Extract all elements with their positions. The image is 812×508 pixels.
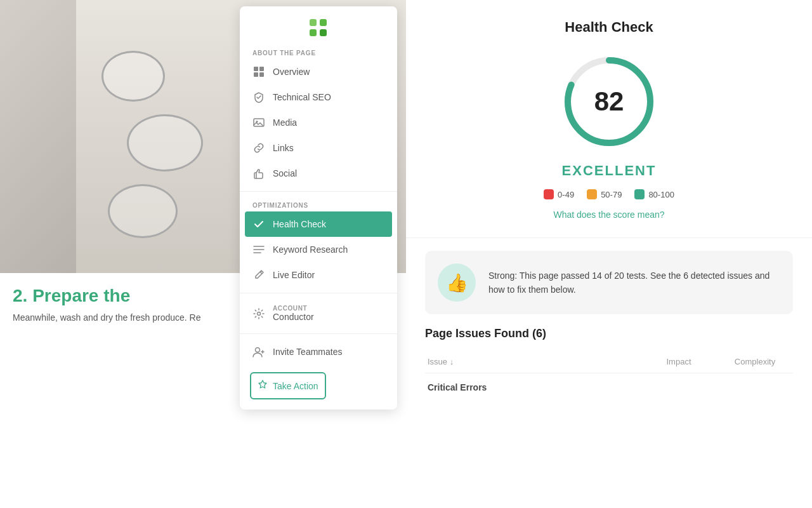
media-label: Media <box>273 117 297 128</box>
image-icon <box>252 116 265 129</box>
health-check-panel: Health Check 82 EXCELLENT 0-49 <box>406 0 812 508</box>
technical-seo-label: Technical SEO <box>273 92 331 102</box>
thumbsup-icon <box>252 167 265 180</box>
score-legend: 0-49 50-79 80-100 <box>431 189 787 199</box>
account-section-label: ACCOUNT <box>273 305 314 312</box>
sidebar-item-media[interactable]: Media <box>240 110 397 135</box>
take-action-label: Take Action <box>273 381 318 391</box>
take-action-icon <box>258 380 268 392</box>
account-item[interactable]: ACCOUNT Conductor <box>240 298 397 328</box>
score-number: 82 <box>594 86 624 117</box>
account-info: ACCOUNT Conductor <box>273 305 314 322</box>
sidebar-item-social[interactable]: Social <box>240 161 397 186</box>
list-icon <box>252 243 265 256</box>
page-issues-title: Page Issues Found (6) <box>425 327 793 340</box>
issues-table-header: Issue ↓ Impact Complexity <box>425 351 793 373</box>
account-name: Conductor <box>273 312 314 322</box>
score-circle-container: 82 <box>431 51 787 152</box>
live-editor-label: Live Editor <box>273 270 315 280</box>
score-meaning-link[interactable]: What does the score mean? <box>431 210 787 220</box>
divider-1 <box>240 191 397 192</box>
check-icon <box>252 218 265 231</box>
take-action-button[interactable]: Take Action <box>250 372 326 399</box>
legend-dot-yellow <box>587 189 597 199</box>
sidebar-item-health-check[interactable]: Health Check <box>245 211 392 237</box>
svg-rect-3 <box>259 72 264 77</box>
legend-label-yellow: 50-79 <box>601 190 622 199</box>
sidebar-item-invite-teammates[interactable]: Invite Teammates <box>240 339 397 364</box>
thumbs-up-icon-circle: 👍 <box>438 264 476 302</box>
gear-icon <box>252 307 265 320</box>
score-circle: 82 <box>558 51 660 152</box>
health-check-label: Health Check <box>273 219 326 229</box>
divider-2 <box>240 293 397 293</box>
logo-grid <box>310 19 327 37</box>
legend-item-yellow: 50-79 <box>587 189 622 199</box>
svg-point-9 <box>258 312 261 315</box>
svg-rect-1 <box>259 67 264 71</box>
svg-rect-2 <box>254 72 258 77</box>
svg-point-10 <box>256 348 260 352</box>
col-header-issue: Issue ↓ <box>425 357 641 366</box>
issues-group-critical: Critical Errors <box>425 373 793 398</box>
legend-label-red: 0-49 <box>558 190 574 199</box>
legend-item-red: 0-49 <box>544 189 574 199</box>
col-header-complexity: Complexity <box>717 357 793 366</box>
links-label: Links <box>273 143 294 153</box>
sidebar-item-live-editor[interactable]: Live Editor <box>240 262 397 288</box>
invite-teammates-label: Invite Teammates <box>273 347 342 357</box>
sidebar-item-overview[interactable]: Overview <box>240 59 397 84</box>
section-label-optimizations: OPTIMIZATIONS <box>240 197 397 211</box>
sidebar-item-technical-seo[interactable]: Technical SEO <box>240 84 397 110</box>
divider-3 <box>240 333 397 334</box>
pencil-icon <box>252 269 265 281</box>
link-icon <box>252 142 265 154</box>
social-label: Social <box>273 168 297 178</box>
section-label-about: ABOUT THE PAGE <box>240 44 397 59</box>
col-header-impact: Impact <box>641 357 717 366</box>
legend-item-teal: 80-100 <box>634 189 674 199</box>
logo-dot-br <box>320 29 327 36</box>
sidebar-item-links[interactable]: Links <box>240 135 397 161</box>
sidebar-logo <box>240 6 397 44</box>
svg-rect-0 <box>254 67 258 71</box>
page-issues-section: Page Issues Found (6) Issue ↓ Impact Com… <box>425 327 793 398</box>
legend-label-teal: 80-100 <box>648 190 674 199</box>
sidebar-panel: ABOUT THE PAGE Overview Technical SEO <box>240 6 397 410</box>
score-label: EXCELLENT <box>431 163 787 179</box>
keyword-research-label: Keyword Research <box>273 244 348 255</box>
add-person-icon <box>252 345 265 358</box>
overview-label: Overview <box>273 67 310 77</box>
shield-icon <box>252 91 265 104</box>
legend-dot-red <box>544 189 554 199</box>
logo-dot-tl <box>310 19 317 26</box>
strong-message-text: Strong: This page passed 14 of 20 tests.… <box>488 269 780 297</box>
logo-dot-tr <box>320 19 327 26</box>
health-check-header: Health Check 82 EXCELLENT 0-49 <box>406 0 812 238</box>
sidebar-item-keyword-research[interactable]: Keyword Research <box>240 237 397 262</box>
legend-dot-teal <box>634 189 645 199</box>
strong-message-card: 👍 Strong: This page passed 14 of 20 test… <box>425 251 793 314</box>
logo-dot-bl <box>310 29 317 36</box>
health-check-title: Health Check <box>431 19 787 36</box>
grid-icon <box>252 65 265 78</box>
